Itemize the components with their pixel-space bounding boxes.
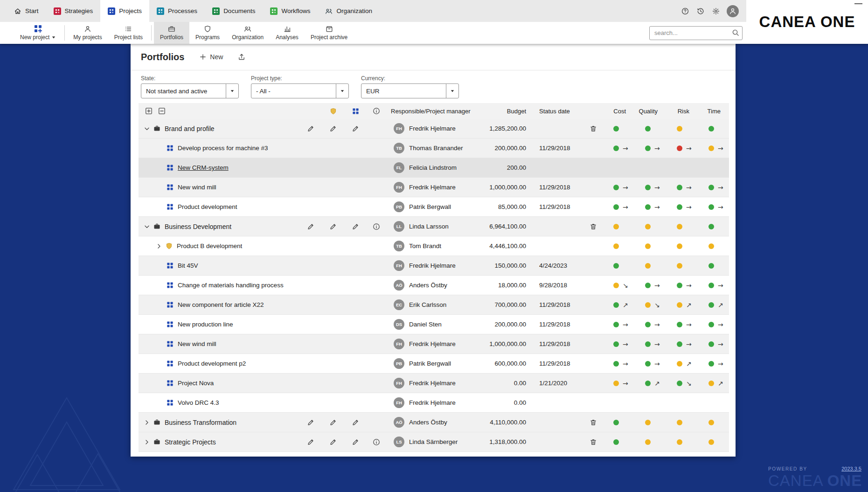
table-row-volvo-drc-4-3[interactable]: Volvo DRC 4.3FHFredrik Hjelmare0.00: [139, 393, 729, 413]
trend-flat-icon: →: [623, 380, 628, 387]
export-button[interactable]: [238, 53, 245, 61]
table-row-new-component-for-article-x22[interactable]: New component for article X22ECErik Carl…: [139, 295, 729, 315]
edit-pencil-icon[interactable]: [307, 125, 314, 132]
search-input[interactable]: [649, 26, 743, 40]
status-dot-green: [613, 439, 619, 445]
delete-trash-icon[interactable]: [590, 125, 597, 132]
new-portfolio-button[interactable]: New: [199, 53, 223, 61]
search-icon[interactable]: [732, 29, 739, 38]
table-row-bit-45v[interactable]: Bit 45VFHFredrik Hjelmare150,000.004/24/…: [139, 256, 729, 276]
chevron-down-icon[interactable]: [143, 223, 151, 230]
filter-select-project-type[interactable]: - All -: [251, 83, 349, 98]
item-name-link[interactable]: Product development p2: [178, 360, 246, 367]
edit-pencil-icon[interactable]: [352, 223, 359, 230]
nav-tab-documents[interactable]: Documents: [205, 0, 263, 22]
edit-pencil-icon[interactable]: [307, 419, 314, 426]
item-name-link[interactable]: Volvo DRC 4.3: [178, 399, 219, 406]
delete-trash-icon[interactable]: [590, 419, 597, 426]
history-icon[interactable]: [696, 7, 705, 16]
minimize-icon[interactable]: [854, 3, 862, 4]
table-row-change-of-materials-handling-process[interactable]: Change of materials handling processAÖAn…: [139, 276, 729, 295]
info-column-icon[interactable]: [373, 107, 380, 115]
item-name-link[interactable]: Brand and profile: [165, 125, 215, 132]
status-dot-green: [708, 224, 714, 229]
projects-column-icon[interactable]: [352, 108, 359, 115]
edit-pencil-icon[interactable]: [329, 419, 337, 426]
nav-tab-organization[interactable]: Organization: [318, 0, 380, 22]
table-row-new-wind-mill[interactable]: New wind millFHFredrik Hjelmare1,000,000…: [139, 334, 729, 354]
item-name-link[interactable]: Develop process for machine #3: [178, 145, 268, 152]
nav-tab-projects[interactable]: Projects: [100, 0, 149, 22]
dropdown-caret-icon[interactable]: [446, 84, 458, 98]
version-link[interactable]: 2023.3.5: [841, 466, 861, 471]
info-icon[interactable]: [373, 223, 380, 230]
item-name-link[interactable]: Business Development: [165, 223, 231, 230]
settings-gear-icon[interactable]: [711, 7, 721, 16]
table-row-product-development[interactable]: Product developmentPBPatrik Bergwall85,0…: [139, 197, 729, 217]
toolbar-item-programs[interactable]: Programs: [189, 22, 226, 44]
item-name-link[interactable]: Business Transformation: [165, 419, 236, 426]
toolbar-item-project-archive[interactable]: Project archive: [305, 22, 354, 44]
table-row-business-transformation[interactable]: Business TransformationAÖAnders Östby4,1…: [139, 413, 729, 432]
edit-pencil-icon[interactable]: [352, 419, 359, 426]
table-row-business-development[interactable]: Business DevelopmentLLLinda Larsson6,964…: [139, 217, 729, 236]
collapse-all-icon[interactable]: [158, 107, 166, 115]
toolbar-item-analyses[interactable]: Analyses: [270, 22, 305, 44]
chevron-right-icon[interactable]: [143, 438, 151, 446]
item-name-link[interactable]: New production line: [178, 321, 233, 328]
item-name-link[interactable]: New component for article X22: [178, 301, 264, 308]
status-cell: →: [603, 145, 634, 152]
info-icon[interactable]: [373, 438, 380, 446]
table-row-new-production-line[interactable]: New production lineDSDaniel Sten200,000.…: [139, 315, 729, 334]
nav-tab-start[interactable]: Start: [7, 0, 46, 22]
item-name-link[interactable]: Product development: [178, 203, 237, 210]
item-name-link[interactable]: New wind mill: [178, 340, 216, 347]
help-icon[interactable]: [681, 7, 690, 16]
toolbar-item-new-project[interactable]: New project: [14, 22, 62, 44]
toolbar-item-portfolios[interactable]: Portfolios: [154, 22, 189, 44]
filter-select-state[interactable]: Not started and active: [141, 83, 239, 98]
edit-pencil-icon[interactable]: [307, 223, 314, 230]
chevron-down-icon[interactable]: [51, 35, 56, 40]
delete-trash-icon[interactable]: [590, 438, 597, 446]
edit-pencil-icon[interactable]: [352, 125, 359, 132]
table-row-develop-process-for-machine-3[interactable]: Develop process for machine #3TBThomas B…: [139, 139, 729, 158]
nav-tab-strategies[interactable]: Strategies: [46, 0, 101, 22]
table-row-product-b-development[interactable]: Product B developmentTBTom Brandt4,446,1…: [139, 236, 729, 256]
nav-tab-processes[interactable]: Processes: [149, 0, 205, 22]
toolbar-item-project-lists[interactable]: Project lists: [108, 22, 149, 44]
toolbar-item-organization[interactable]: Organization: [226, 22, 270, 44]
item-name-link[interactable]: Strategic Projects: [165, 438, 216, 446]
edit-pencil-icon[interactable]: [329, 438, 337, 446]
toolbar-item-my-projects[interactable]: My projects: [67, 22, 108, 44]
item-name-link[interactable]: Bit 45V: [178, 262, 198, 269]
programs-column-icon[interactable]: [330, 108, 337, 115]
table-row-product-development-p2[interactable]: Product development p2PBPatrik Bergwall6…: [139, 354, 729, 374]
responsible-name: Linda Larsson: [409, 223, 449, 230]
item-name-link[interactable]: Change of materials handling process: [178, 282, 284, 289]
delete-trash-icon[interactable]: [590, 223, 597, 230]
item-name-link[interactable]: New wind mill: [178, 184, 216, 191]
status-dot-yellow: [613, 381, 619, 386]
chevron-right-icon[interactable]: [143, 419, 151, 426]
filter-select-currency[interactable]: EUR: [361, 83, 459, 98]
edit-pencil-icon[interactable]: [352, 438, 359, 446]
expand-all-icon[interactable]: [145, 107, 153, 115]
table-row-new-wind-mill[interactable]: New wind millFHFredrik Hjelmare1,000,000…: [139, 178, 729, 197]
chevron-right-icon[interactable]: [155, 243, 163, 250]
chevron-down-icon[interactable]: [143, 125, 151, 132]
table-row-new-crm-system[interactable]: New CRM-systemFLFelicia Lindstrom200.00: [139, 158, 729, 178]
dropdown-caret-icon[interactable]: [336, 84, 348, 98]
edit-pencil-icon[interactable]: [329, 223, 337, 230]
dropdown-caret-icon[interactable]: [226, 84, 238, 98]
edit-pencil-icon[interactable]: [329, 125, 337, 132]
table-row-strategic-projects[interactable]: Strategic ProjectsLSLinda Särnberger1,31…: [139, 432, 729, 452]
item-name-link[interactable]: Project Nova: [178, 380, 214, 387]
item-name-link[interactable]: Product B development: [177, 243, 242, 249]
table-row-project-nova[interactable]: Project NovaFHFredrik Hjelmare0.001/21/2…: [139, 374, 729, 393]
item-name-link[interactable]: New CRM-system: [178, 164, 229, 171]
nav-tab-workflows[interactable]: Workflows: [263, 0, 318, 22]
user-avatar[interactable]: [727, 5, 739, 17]
table-row-brand-and-profile[interactable]: Brand and profileFHFredrik Hjelmare1,285…: [139, 119, 729, 139]
edit-pencil-icon[interactable]: [307, 438, 314, 446]
